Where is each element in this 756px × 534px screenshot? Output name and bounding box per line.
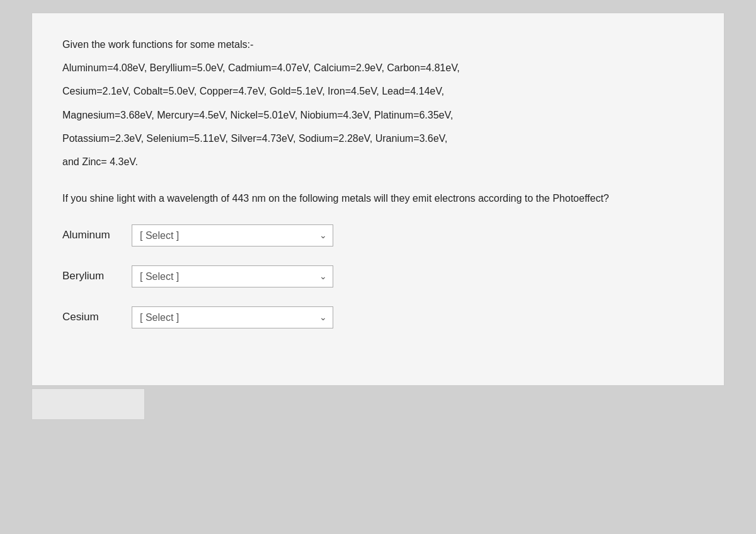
problem-intro: Given the work functions for some metals…: [62, 36, 694, 170]
berylium-row: Berylium [ Select ] Yes No ⌄: [62, 265, 694, 287]
cesium-label: Cesium: [62, 311, 132, 323]
aluminum-label: Aluminum: [62, 229, 132, 241]
cesium-select[interactable]: [ Select ] Yes No: [132, 306, 333, 328]
aluminum-select[interactable]: [ Select ] Yes No: [132, 224, 333, 247]
metals-line2: Cesium=2.1eV, Cobalt=5.0eV, Copper=4.7eV…: [62, 83, 694, 100]
metals-line3: Magnesium=3.68eV, Mercury=4.5eV, Nickel=…: [62, 107, 694, 124]
aluminum-select-wrapper: [ Select ] Yes No ⌄: [132, 224, 333, 247]
question-text: If you shine light with a wavelength of …: [62, 190, 694, 207]
spacer: [62, 178, 694, 190]
cesium-row: Cesium [ Select ] Yes No ⌄: [62, 306, 694, 328]
aluminum-row: Aluminum [ Select ] Yes No ⌄: [62, 224, 694, 247]
metals-line1: Aluminum=4.08eV, Beryllium=5.0eV, Cadmiu…: [62, 59, 694, 76]
berylium-select-wrapper: [ Select ] Yes No ⌄: [132, 265, 333, 287]
bottom-card: [32, 388, 145, 420]
page-container: Given the work functions for some metals…: [32, 13, 724, 420]
berylium-label: Berylium: [62, 270, 132, 282]
intro-label: Given the work functions for some metals…: [62, 36, 694, 53]
cesium-select-wrapper: [ Select ] Yes No ⌄: [132, 306, 333, 328]
main-card: Given the work functions for some metals…: [32, 13, 724, 386]
metals-line4: Potassium=2.3eV, Selenium=5.11eV, Silver…: [62, 130, 694, 147]
metals-line5: and Zinc= 4.3eV.: [62, 153, 694, 170]
berylium-select[interactable]: [ Select ] Yes No: [132, 265, 333, 287]
